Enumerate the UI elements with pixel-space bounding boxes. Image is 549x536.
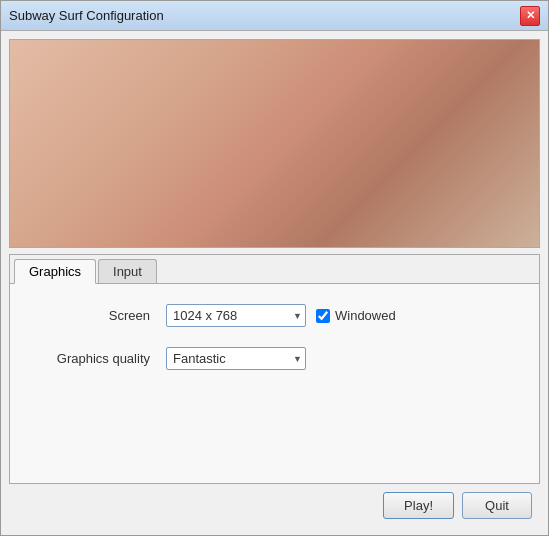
preview-image	[10, 40, 539, 247]
windowed-checkbox[interactable]	[316, 309, 330, 323]
quit-button[interactable]: Quit	[462, 492, 532, 519]
tab-content-graphics: Screen 1024 x 768 800 x 600 1280 x 720 1…	[10, 284, 539, 483]
preview-area	[9, 39, 540, 248]
quality-row: Graphics quality Fantastic Fast Fastest …	[40, 347, 509, 370]
screen-select-wrapper: 1024 x 768 800 x 600 1280 x 720 1920 x 1…	[166, 304, 306, 327]
main-window: Subway Surf Configuration ✕ Graphics Inp…	[0, 0, 549, 536]
quality-label: Graphics quality	[40, 351, 150, 366]
screen-row: Screen 1024 x 768 800 x 600 1280 x 720 1…	[40, 304, 509, 327]
screen-controls: 1024 x 768 800 x 600 1280 x 720 1920 x 1…	[166, 304, 396, 327]
window-content: Graphics Input Screen 1024 x 768 800 x 6…	[1, 31, 548, 535]
tabs-panel: Graphics Input Screen 1024 x 768 800 x 6…	[9, 254, 540, 484]
screen-select[interactable]: 1024 x 768 800 x 600 1280 x 720 1920 x 1…	[166, 304, 306, 327]
quality-select[interactable]: Fantastic Fast Fastest Beautiful Simple	[166, 347, 306, 370]
play-button[interactable]: Play!	[383, 492, 454, 519]
screen-label: Screen	[40, 308, 150, 323]
close-button[interactable]: ✕	[520, 6, 540, 26]
title-bar: Subway Surf Configuration ✕	[1, 1, 548, 31]
footer: Play! Quit	[9, 484, 540, 527]
tab-graphics[interactable]: Graphics	[14, 259, 96, 284]
windowed-label[interactable]: Windowed	[335, 308, 396, 323]
tab-input[interactable]: Input	[98, 259, 157, 283]
tab-bar: Graphics Input	[10, 255, 539, 284]
windowed-group: Windowed	[316, 308, 396, 323]
window-title: Subway Surf Configuration	[9, 8, 164, 23]
quality-select-wrapper: Fantastic Fast Fastest Beautiful Simple	[166, 347, 306, 370]
